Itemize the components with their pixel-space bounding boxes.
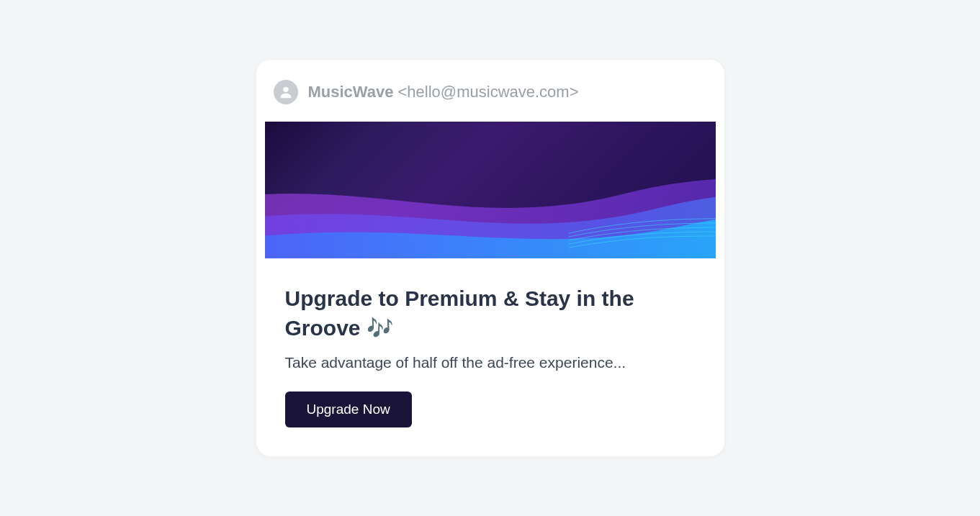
email-title: Upgrade to Premium & Stay in the Groove … [285,284,696,343]
sender-name: MusicWave [308,83,394,101]
wave-graphic [265,122,716,258]
person-icon [278,84,294,100]
email-header: MusicWave <hello@musicwave.com> [256,60,724,122]
email-content: Upgrade to Premium & Stay in the Groove … [256,258,724,456]
hero-image [265,122,716,258]
email-body: Take advantage of half off the ad-free e… [285,354,696,371]
upgrade-button[interactable]: Upgrade Now [285,391,412,427]
sender-email: <hello@musicwave.com> [398,83,579,101]
sender-line: MusicWave <hello@musicwave.com> [308,83,579,101]
email-card: MusicWave <hello@musicwave.com> [256,60,724,456]
svg-point-0 [283,87,288,92]
avatar [274,80,298,104]
